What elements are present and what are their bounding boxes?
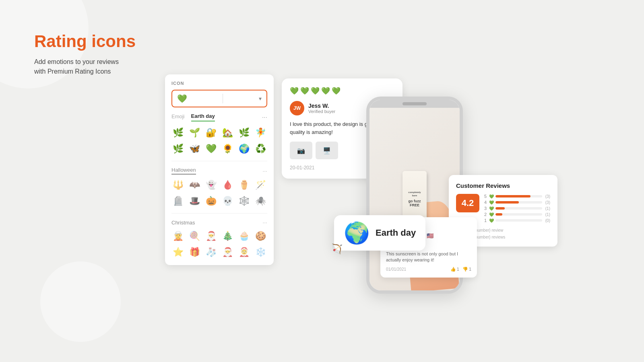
page-subtitle: Add emotions to your reviewswith Premium…	[34, 57, 163, 76]
bar-count-4: (3)	[544, 200, 550, 205]
icon-cell[interactable]: 🤶	[237, 246, 250, 259]
reviewer-info: Jess W. Verified buyer	[308, 103, 335, 114]
star-2: 💚	[300, 86, 309, 95]
icon-cell[interactable]: 🔐	[204, 126, 217, 139]
bar-count-5: (3)	[544, 194, 550, 199]
bar-track-1	[495, 219, 542, 222]
bar-label-2: 2	[484, 212, 487, 217]
icon-cell[interactable]: 🧦	[204, 246, 217, 259]
bar-fill-3	[495, 207, 505, 210]
icon-cell[interactable]: ⚱️	[237, 179, 250, 191]
icon-cell[interactable]: 🧁	[237, 230, 250, 243]
icon-cell[interactable]: 🌿	[171, 126, 184, 139]
phone-notch-bar	[402, 102, 427, 105]
bar-heart-3: 💚	[489, 206, 494, 211]
icon-cell[interactable]: 🌿	[237, 126, 250, 139]
tab-more-icon[interactable]: ···	[262, 114, 267, 121]
reviewer-badge: Verified buyer	[308, 109, 335, 114]
tab-emoji[interactable]: Emoji	[171, 113, 185, 121]
icon-selector-panel: ICON 💚 ▾ Emoji Earth day ··· 🌿 🌱 🔐 🏡 🌿 🧚…	[165, 74, 274, 265]
icon-dropdown[interactable]: 💚 ▾	[171, 90, 267, 107]
icon-cell[interactable]: 🎅	[204, 230, 217, 243]
mobile-review-text: This sunscreen is not only good but I ac…	[386, 251, 471, 263]
bar-track-2	[495, 213, 542, 216]
icon-cell[interactable]: 🦋	[188, 142, 201, 155]
mobile-review-actions: 👍 1 👎 1	[450, 267, 471, 272]
reviewer-avatar: JW	[290, 101, 304, 115]
bar-row-3: 3 💚 (1)	[484, 206, 550, 211]
customer-reviews-title: Customer Reviews	[456, 182, 550, 189]
icon-cell[interactable]: 🏡	[221, 126, 234, 139]
icon-cell[interactable]: 🪄	[254, 179, 267, 191]
bar-fill-4	[495, 201, 519, 204]
icon-cell[interactable]: 🔱	[171, 179, 184, 191]
chevron-down-icon[interactable]: ▾	[259, 95, 262, 102]
earth-day-tooltip: 🌍 Earth day 🏹	[334, 215, 425, 251]
review-hearts: 💚 💚 💚 💚 💚	[290, 86, 394, 95]
bar-row-2: 2 💚 (1)	[484, 212, 550, 217]
icon-cell[interactable]: 🍪	[254, 230, 267, 243]
dropdown-divider	[223, 94, 223, 103]
bar-row-4: 4 💚 (3)	[484, 200, 550, 205]
icon-cell[interactable]: 👻	[204, 179, 217, 191]
earth-day-label: Earth day	[376, 228, 416, 238]
earthday-icon-grid: 🌿 🌱 🔐 🏡 🌿 🧚 🌿 🦋 💚 🌻 🌍 ♻️	[171, 126, 267, 155]
phone-notch	[369, 100, 460, 108]
icon-cell[interactable]: 🪦	[171, 195, 184, 208]
christmas-more-icon[interactable]: ···	[262, 219, 267, 226]
review-image-2[interactable]: 🖥️	[316, 142, 338, 159]
left-panel: Rating icons Add emotions to your review…	[34, 32, 163, 76]
icon-cell[interactable]: 🌱	[188, 126, 201, 139]
bar-count-3: (1)	[544, 206, 550, 211]
bar-fill-2	[495, 213, 502, 216]
icon-cell[interactable]: ⭐	[171, 246, 184, 259]
bar-track-4	[495, 201, 542, 204]
bar-row-1: 1 💚 (0)	[484, 218, 550, 223]
arrow-icon: 🏹	[330, 243, 343, 255]
icon-cell[interactable]: 🕷️	[254, 195, 267, 208]
bar-fill-5	[495, 195, 530, 197]
icon-cell[interactable]: 🎩	[188, 195, 201, 208]
halloween-section-header: Halloween ···	[171, 167, 267, 175]
icon-cell[interactable]: ❄️	[254, 246, 267, 259]
icon-cell[interactable]: 🕸️	[237, 195, 250, 208]
icon-cell[interactable]: 🎄	[221, 230, 234, 243]
tab-earthday[interactable]: Earth day	[191, 113, 215, 121]
icon-panel-label: ICON	[171, 81, 267, 86]
dislike-action[interactable]: 👎 1	[462, 267, 471, 272]
rating-bars: 5 💚 (3) 4 💚 (3) 3 💚	[484, 194, 550, 224]
star-1: 💚	[290, 86, 299, 95]
halloween-icon-grid: 🔱 🦇 👻 🩸 ⚱️ 🪄 🪦 🎩 🎃 💀 🕸️ 🕷️	[171, 179, 267, 208]
icon-cell[interactable]: 💀	[221, 195, 234, 208]
mobile-review-footer: 01/01/2021 👍 1 👎 1	[386, 267, 471, 272]
halloween-section-title: Halloween	[171, 167, 196, 175]
bar-heart-1: 💚	[489, 218, 494, 223]
bar-count-1: (0)	[544, 218, 550, 223]
icon-cell[interactable]: 🎃	[204, 195, 217, 208]
like-action[interactable]: 👍 1	[450, 267, 459, 272]
icon-cell[interactable]: ♻️	[254, 142, 267, 155]
icon-cell[interactable]: 🦇	[188, 179, 201, 191]
icon-cell[interactable]: 💚	[204, 142, 217, 155]
earth-day-globe-icon: 🌍	[344, 222, 370, 243]
icon-cell[interactable]: 🩸	[221, 179, 234, 191]
icon-cell[interactable]: 🧝	[171, 230, 184, 243]
icon-cell[interactable]: 🎁	[188, 246, 201, 259]
section-divider-halloween	[171, 161, 267, 161]
bar-label-1: 1	[484, 218, 487, 223]
halloween-more-icon[interactable]: ···	[262, 168, 267, 174]
icon-cell[interactable]: 🍭	[188, 230, 201, 243]
customer-reviews-score: 4.2	[456, 194, 479, 212]
christmas-section-header: Christmas ···	[171, 219, 267, 226]
icon-cell[interactable]: 🎅	[221, 246, 234, 259]
review-image-1[interactable]: 📷	[290, 142, 312, 159]
icon-cell[interactable]: 🧚	[254, 126, 267, 139]
bar-heart-4: 💚	[489, 200, 494, 205]
star-4: 💚	[321, 86, 330, 95]
bar-count-2: (1)	[544, 212, 550, 217]
icon-cell[interactable]: 🌿	[171, 142, 184, 155]
icon-cell[interactable]: 🌍	[237, 142, 250, 155]
star-3: 💚	[311, 86, 320, 95]
bar-track-3	[495, 207, 542, 210]
icon-cell[interactable]: 🌻	[221, 142, 234, 155]
